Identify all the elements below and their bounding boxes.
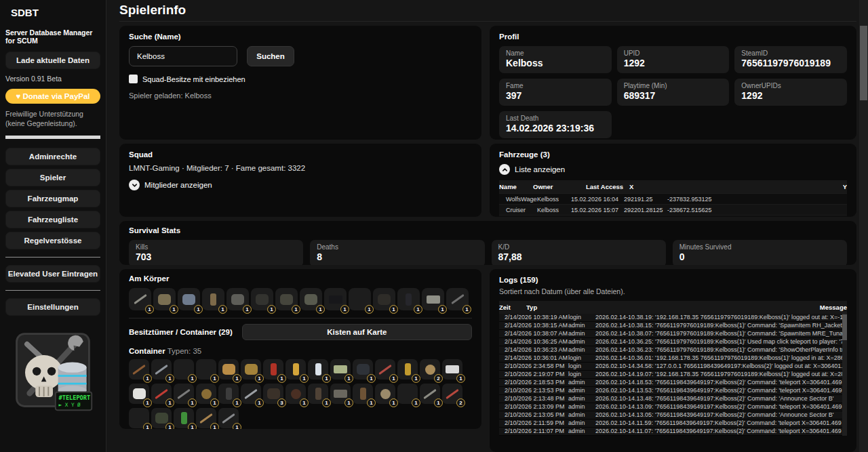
survival-card-value: 87,88 [498,251,659,262]
sidebar-nav-button[interactable]: Regelverstösse [5,232,100,249]
load-data-button[interactable]: Lade aktuelle Daten [5,52,100,69]
item-slot: 1 [174,359,194,379]
item-count-badge: 1 [255,398,264,407]
sidebar-nav-button[interactable]: Adminrechte [5,148,100,165]
item-icon [406,293,412,306]
donate-paypal-button[interactable]: ♥ Donate via PayPal [5,89,100,104]
item-icon [244,388,258,398]
sidebar-nav-button[interactable]: Einstellungen [5,298,100,316]
search-input[interactable] [129,46,237,66]
item-slot: 1 [153,288,176,310]
vehicles-table-header: NameOwnerLast AccessXY [499,180,847,193]
version-label: Version 0.91 Beta [5,75,100,83]
item-count-badge: 1 [367,374,376,383]
log-type: admin [568,346,595,354]
vehicles-list-toggle[interactable]: Liste anzeigen [499,164,847,175]
vehicle-row: WolfsWagen Kelboss 15.02.2026 16:04 2921… [499,193,847,204]
item-count-badge: 1 [300,374,309,383]
log-time: 2/10/2026 2:13:48 PM [499,395,568,403]
item-icon [256,294,269,305]
log-message: 2026.02.10-14.11.07: '76561198439649197:… [595,428,847,435]
logs-column-header: Typ [526,304,820,311]
log-row: 2/10/2026 2:18:53 PM admin 2026.02.10-14… [499,379,847,387]
profile-cards: Name Kelboss UPID 1292 SteamID 765611979… [499,46,847,138]
body-item-slots: 1 1 1 1 [129,288,472,310]
profile-card: Playtime (Min) 689317 [617,79,730,106]
item-slot: 1 [353,384,373,404]
item-slot: 1 [375,359,395,379]
item-icon [133,388,146,399]
search-button[interactable]: Suchen [247,46,294,66]
item-count-badge: 1 [414,305,422,314]
survival-card: K/D 87,88 [492,240,666,265]
profile-card-label: Playtime (Min) [624,82,723,89]
app-logo: #TELEPORT ► X Y Ø [7,329,98,415]
squad-include-checkbox[interactable] [129,75,138,83]
player-loaded-status: Spieler geladen: Kelboss [129,91,472,100]
app-title: SDBT [11,7,100,18]
container-label: Container [129,347,165,355]
item-icon [267,388,280,399]
log-message: 2026.02.14-10.38.15: '76561197976019189:… [595,322,847,329]
item-slot: 1 [174,384,194,404]
nav-primary: AdminrechteSpielerFahrzeugmapFahrzeuglis… [5,148,100,253]
sidebar-nav-button[interactable]: Fahrzeugliste [5,211,100,228]
log-row: 2/10/2026 2:11:07 PM admin 2026.02.10-14… [499,428,847,436]
log-time: 2/10/2026 2:13:53 PM [499,387,568,394]
item-slot: 1 [129,359,149,379]
vehicle-owner: Kelboss [537,207,571,213]
svg-text:#TELEPORT: #TELEPORT [59,394,90,401]
page-scrollbar-thumb[interactable] [860,26,867,100]
log-time: 2/14/2026 10:36:23 AM [499,346,568,354]
vehicle-last-access: 15.02.2026 16:04 [571,196,624,203]
crates-on-map-button[interactable]: Kisten auf Karte [242,324,472,340]
item-slot: 1 [420,384,440,404]
item-icon [201,389,212,399]
logs-scrollbar-thumb[interactable] [842,314,847,340]
log-time: 2/14/2026 10:38:15 AM [499,322,568,329]
sidebar-nav-button[interactable]: Fahrzeugmap [5,190,100,207]
vehicle-x: 292191.25 [624,196,667,203]
item-icon [427,295,440,304]
vehicle-y: -237832.953125 [667,196,847,203]
log-time: 2/10/2026 2:34:58 PM [499,363,568,370]
item-count-badge: 1 [367,398,376,407]
vehicles-column-header: X [629,183,843,190]
item-slot: 1 [375,384,395,404]
item-icon [222,364,235,375]
logs-column-header: Message [820,304,847,311]
logs-scrollbar[interactable] [842,312,847,436]
profile-card-value: 397 [506,90,605,101]
survival-card-value: 703 [136,251,296,262]
item-count-badge: 1 [210,374,219,383]
log-type: admin [568,322,595,329]
item-slot: 1 [151,359,172,379]
log-type: admin [568,395,595,403]
item-slot: 1 [285,384,306,404]
log-type: admin [568,330,595,337]
item-slot: 1 [218,359,239,379]
profile-card-label: SteamID [741,49,840,57]
squad-members-toggle[interactable]: Mitglieder anzeigen [129,180,472,190]
item-count-badge: 1 [316,305,325,314]
sidebar-divider [5,257,100,258]
owned-containers-label: Besitztümer / Container (29) [129,328,233,336]
item-count-badge: 1 [243,305,252,314]
squad-panel-title: Squad [129,150,472,159]
nav-tertiary: Einstellungen [5,298,100,319]
item-slot: 1 [226,288,249,310]
item-count-badge: 2 [434,374,443,383]
item-count-badge: 1 [233,423,241,429]
item-count-badge: 1 [143,398,152,407]
sidebar-nav-button[interactable]: Spieler [5,169,100,186]
sidebar-nav-button[interactable]: Elevated User Eintragen [5,265,100,283]
item-count-badge: 1 [322,398,331,407]
page-scrollbar[interactable] [859,0,868,452]
log-type: login [568,363,595,370]
item-slot: 1 [218,408,239,428]
profile-card: UPID 1292 [617,46,730,73]
inventory-panel: Am Körper 1 1 1 [119,269,481,429]
log-time: 2/14/2026 10:38:07 AM [499,330,568,337]
item-count-badge: 1 [145,305,154,314]
item-count-badge: 1 [165,398,174,407]
